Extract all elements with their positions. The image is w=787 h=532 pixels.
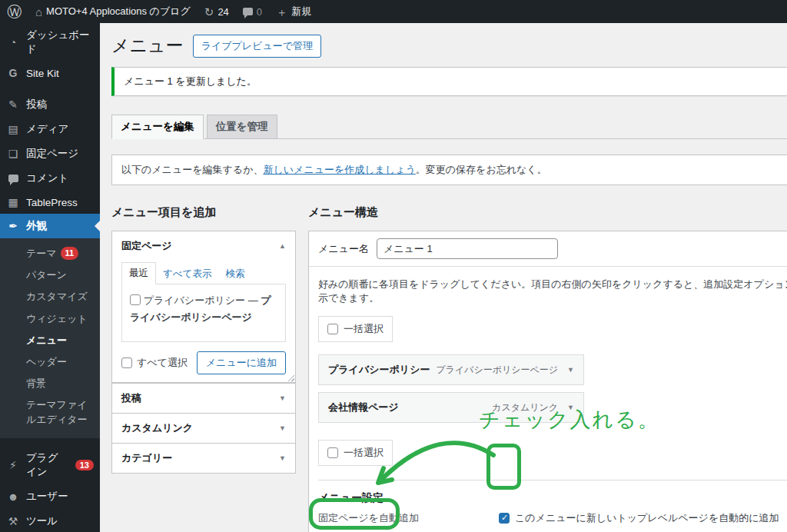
sidebar-item-users[interactable]: ☻ ユーザー bbox=[0, 484, 100, 509]
comments-icon bbox=[243, 8, 253, 15]
plugins-update-badge: 13 bbox=[75, 460, 94, 470]
comment-count: 0 bbox=[257, 6, 262, 18]
plus-icon: ＋ bbox=[276, 6, 287, 18]
updates-icon: ↻ bbox=[204, 6, 214, 18]
new-content-link[interactable]: ＋ 新規 bbox=[269, 0, 318, 23]
main-content: メニュー ライブプレビューで管理 メニュー 1 を更新しました。 メニューを編集… bbox=[100, 23, 787, 532]
accordion-section-title: カテゴリー bbox=[121, 451, 172, 465]
plugins-icon: ⚡ bbox=[6, 459, 20, 471]
submenu-item-menus[interactable]: メニュー bbox=[0, 330, 100, 351]
submenu-item-theme-file-editor[interactable]: テーマファイルエディター bbox=[0, 394, 100, 430]
submenu-item-customize[interactable]: カスタマイズ bbox=[0, 286, 100, 308]
sidebar-item-appearance[interactable]: ✒ 外観 bbox=[0, 214, 100, 238]
menu-item-privacy-policy[interactable]: プライバシーポリシー プライバシーポリシーページ ▼ bbox=[318, 354, 584, 385]
settings-row-auto-add: 固定ページを自動追加 このメニューに新しいトップレベルページを自動的に追加 bbox=[318, 505, 787, 531]
accordion-section-title: 固定ページ bbox=[121, 239, 172, 253]
current-menu-arrow bbox=[95, 221, 100, 231]
select-all-control[interactable]: すべて選択 bbox=[121, 356, 188, 370]
notice-message: メニュー 1 を更新しました。 bbox=[124, 75, 257, 87]
chevron-down-icon: ▼ bbox=[279, 424, 286, 432]
sidebar-item-pages[interactable]: ❏ 固定ページ bbox=[0, 141, 100, 166]
wordpress-logo-icon: Ⓦ bbox=[7, 5, 22, 19]
bulk-select-control[interactable]: 一括選択 bbox=[318, 316, 393, 342]
select-all-checkbox[interactable] bbox=[121, 357, 132, 368]
sidebar-item-posts[interactable]: ✎ 投稿 bbox=[0, 92, 100, 117]
sidebar-item-comments[interactable]: コメント bbox=[0, 166, 100, 191]
settings-row-label: 固定ページを自動追加 bbox=[318, 511, 499, 525]
sidebar-item-tablepress[interactable]: ▦ TablePress bbox=[0, 191, 100, 214]
add-items-accordion: 固定ページ ▲ 最近 すべて表示 検索 プライバシーポリシー — プライバシーポ… bbox=[111, 231, 296, 474]
accordion-section-custom-links[interactable]: カスタムリンク ▼ bbox=[112, 413, 295, 443]
menu-item-type: カスタムリンク bbox=[492, 401, 558, 414]
tab-search[interactable]: 検索 bbox=[218, 264, 251, 284]
site-name-link[interactable]: ⌂ MOTO+4 Applocations のブログ bbox=[28, 0, 198, 23]
tab-edit-menus[interactable]: メニューを編集 bbox=[111, 115, 204, 139]
sidebar-item-label: TablePress bbox=[26, 197, 78, 208]
menu-items-list: プライバシーポリシー プライバシーポリシーページ ▼ 会社情報ページ カスタムリ… bbox=[318, 354, 584, 423]
tablepress-icon: ▦ bbox=[6, 196, 20, 208]
accordion-section-title: 投稿 bbox=[121, 391, 141, 405]
tab-view-all[interactable]: すべて表示 bbox=[156, 264, 218, 284]
appearance-submenu: テーマ11 パターン カスタマイズ ウィジェット メニュー ヘッダー 背景 テー… bbox=[0, 238, 100, 438]
submenu-item-background[interactable]: 背景 bbox=[0, 373, 100, 394]
sidebar-item-label: 外観 bbox=[26, 219, 47, 233]
intro-text-before: 以下のメニューを編集するか、 bbox=[121, 164, 263, 175]
accordion-section-pages[interactable]: 固定ページ ▲ bbox=[112, 231, 295, 261]
tab-most-recent[interactable]: 最近 bbox=[121, 262, 156, 284]
resize-handle[interactable] bbox=[286, 373, 294, 381]
comments-link[interactable]: 0 bbox=[236, 0, 269, 23]
sidebar-separator bbox=[0, 438, 100, 446]
menu-settings-heading: メニュー設定 bbox=[318, 480, 787, 505]
auto-add-pages-option[interactable]: このメニューに新しいトップレベルページを自動的に追加 bbox=[499, 511, 779, 525]
page-title: メニュー bbox=[111, 34, 184, 58]
menu-item-company-info[interactable]: 会社情報ページ カスタムリンク ▼ bbox=[318, 392, 584, 423]
sidebar-item-label: ダッシュボード bbox=[26, 28, 94, 56]
intro-box: 以下のメニューを編集するか、新しいメニューを作成しましょう。変更の保存をお忘れな… bbox=[111, 155, 787, 185]
add-to-menu-button[interactable]: メニューに追加 bbox=[197, 351, 286, 374]
menu-panel-body: 好みの順番に各項目をドラッグしてください。項目の右側の矢印をクリックすると、追加… bbox=[309, 267, 787, 532]
update-count: 24 bbox=[218, 6, 228, 18]
page-item-title: プライバシーポリシー — bbox=[144, 294, 261, 306]
bulk-select-checkbox[interactable] bbox=[327, 447, 338, 458]
menu-name-label: メニュー名 bbox=[318, 242, 369, 256]
home-icon: ⌂ bbox=[35, 6, 42, 18]
chevron-down-icon[interactable]: ▼ bbox=[567, 366, 574, 374]
sidebar-item-plugins[interactable]: ⚡ プラグイン 13 bbox=[0, 446, 100, 484]
select-all-label: すべて選択 bbox=[137, 356, 188, 370]
submenu-item-widgets[interactable]: ウィジェット bbox=[0, 308, 100, 330]
sidebar-item-sitekit[interactable]: G Site Kit bbox=[0, 62, 100, 85]
add-items-heading: メニュー項目を追加 bbox=[111, 205, 296, 220]
site-name: MOTO+4 Applocations のブログ bbox=[46, 5, 191, 18]
bulk-select-checkbox[interactable] bbox=[327, 324, 338, 334]
sidebar-item-tools[interactable]: ⚒ ツール bbox=[0, 509, 100, 532]
sidebar-item-dashboard[interactable]: ◔ ダッシュボード bbox=[0, 23, 100, 62]
tab-manage-locations[interactable]: 位置を管理 bbox=[207, 115, 277, 139]
chevron-down-icon[interactable]: ▼ bbox=[567, 404, 574, 411]
manage-with-live-preview-button[interactable]: ライブプレビューで管理 bbox=[193, 35, 321, 58]
menu-item-type: プライバシーポリシーページ bbox=[436, 364, 558, 377]
accordion-section-title: カスタムリンク bbox=[121, 421, 193, 435]
bulk-select-control[interactable]: 一括選択 bbox=[318, 440, 393, 466]
page-checkbox[interactable] bbox=[130, 294, 141, 305]
accordion-section-posts[interactable]: 投稿 ▼ bbox=[112, 383, 295, 413]
sidebar-item-label: コメント bbox=[26, 171, 68, 185]
submenu-item-patterns[interactable]: パターン bbox=[0, 264, 100, 286]
accordion-section-categories[interactable]: カテゴリー ▼ bbox=[112, 443, 295, 473]
appearance-icon: ✒ bbox=[6, 220, 20, 232]
submenu-item-themes[interactable]: テーマ11 bbox=[0, 243, 100, 264]
drag-instructions: 好みの順番に各項目をドラッグしてください。項目の右側の矢印をクリックすると、追加… bbox=[318, 278, 787, 305]
updates-link[interactable]: ↻ 24 bbox=[198, 0, 236, 23]
sidebar-item-label: メディア bbox=[26, 122, 68, 136]
wordpress-menu[interactable]: Ⓦ bbox=[0, 0, 28, 23]
sidebar-item-media[interactable]: ▤ メディア bbox=[0, 117, 100, 141]
sidebar-item-label: ツール bbox=[26, 514, 58, 528]
auto-add-pages-checkbox[interactable] bbox=[499, 513, 510, 524]
menu-edit-panel: メニュー名 好みの順番に各項目をドラッグしてください。項目の右側の矢印をクリック… bbox=[308, 231, 787, 532]
admin-bar: Ⓦ ⌂ MOTO+4 Applocations のブログ ↻ 24 0 ＋ 新規 bbox=[0, 0, 787, 23]
menu-name-input[interactable] bbox=[377, 238, 558, 259]
posts-icon: ✎ bbox=[6, 98, 20, 111]
submenu-item-header[interactable]: ヘッダー bbox=[0, 351, 100, 373]
create-new-menu-link[interactable]: 新しいメニューを作成しましょう bbox=[263, 164, 415, 175]
intro-text-after: 。変更の保存をお忘れなく。 bbox=[416, 164, 547, 175]
menu-name-row: メニュー名 bbox=[309, 231, 787, 267]
